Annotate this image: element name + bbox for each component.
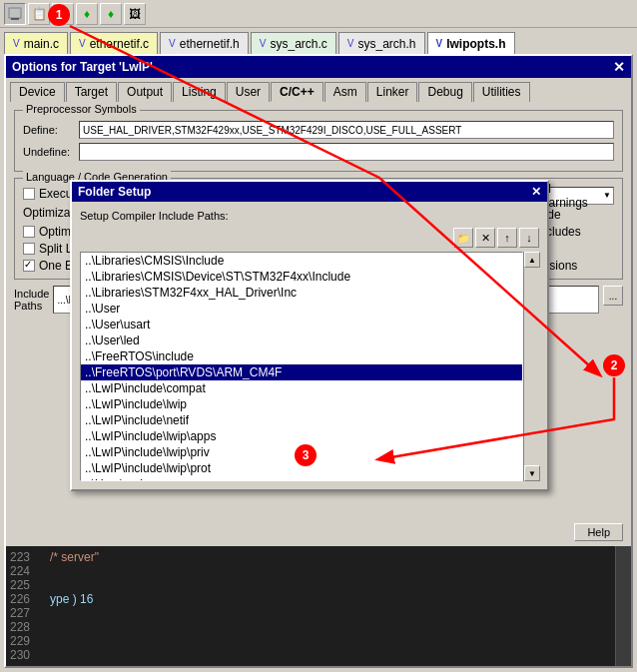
toolbar: 📋 📋 ♦ ♦ 🖼 (0, 0, 637, 28)
split-load-check[interactable] (23, 243, 35, 255)
tab-ethernetif-h[interactable]: V ethernetif.h (160, 32, 249, 54)
toolbar-btn-5[interactable]: 🖼 (124, 3, 146, 25)
tab-sys-arch-h[interactable]: V sys_arch.h (338, 32, 425, 54)
tab-label: sys_arch.h (357, 37, 415, 51)
tab-listing[interactable]: Listing (173, 82, 226, 102)
tab-cpp[interactable]: C/C++ (271, 82, 323, 102)
folder-delete-btn[interactable]: ✕ (475, 228, 495, 248)
toolbar-btn-0[interactable] (4, 3, 26, 25)
callout-2: 2 (603, 354, 625, 376)
toolbar-btn-3[interactable]: ♦ (76, 3, 98, 25)
tab-sys-arch-c[interactable]: V sys_arch.c (251, 32, 336, 54)
svg-rect-1 (11, 10, 19, 16)
tab-icon: V (260, 38, 267, 49)
folder-item-0[interactable]: ..\Libraries\CMSIS\Include (81, 253, 522, 269)
tab-icon: V (13, 38, 20, 49)
optimize-time-check[interactable] (23, 226, 35, 238)
folder-item-6[interactable]: ..\FreeRTOS\include (81, 348, 522, 364)
tab-user[interactable]: User (227, 82, 270, 102)
tab-main-c[interactable]: V main.c (4, 32, 68, 54)
execute-only-check[interactable] (23, 188, 35, 200)
folder-item-4[interactable]: ..\User\usart (81, 317, 522, 333)
tab-asm[interactable]: Asm (324, 82, 366, 102)
window-title-bar: Options for Target 'LwIP' ✕ (6, 56, 631, 78)
folder-dialog-title: Folder Setup ✕ (72, 182, 547, 202)
help-button[interactable]: Help (574, 523, 623, 541)
tab-label: sys_arch.c (270, 37, 326, 51)
close-button[interactable]: ✕ (613, 59, 625, 75)
folder-item-14[interactable]: ..\User\arch (81, 476, 522, 481)
preprocessor-label: Preprocessor Symbols (23, 103, 140, 115)
folder-item-11[interactable]: ..\LwIP\include\lwip\apps (81, 428, 522, 444)
callout-1: 1 (48, 4, 70, 26)
folder-toolbar: 📁 ✕ ↑ ↓ (80, 228, 539, 248)
tab-linker[interactable]: Linker (367, 82, 418, 102)
folder-item-10[interactable]: ..\LwIP\include\netif (81, 412, 522, 428)
toolbar-btn-4[interactable]: ♦ (100, 3, 122, 25)
code-area: 223/* server" 224 225 226ype ) 16 227 22… (6, 546, 631, 666)
tab-label: main.c (24, 37, 59, 51)
tab-output[interactable]: Output (118, 82, 172, 102)
folder-instruction-label: Setup Compiler Include Paths: (80, 210, 539, 222)
include-paths-label: IncludePaths (14, 286, 49, 312)
file-tabs: V main.c V ethernetif.c V ethernetif.h V… (0, 28, 637, 54)
folder-item-7[interactable]: ..\FreeRTOS\port\RVDS\ARM_CM4F (81, 364, 522, 380)
tab-icon: V (169, 38, 176, 49)
folder-down-btn[interactable]: ↓ (519, 228, 539, 248)
undefine-label: Undefine: (23, 146, 73, 158)
tab-ethernetif-c[interactable]: V ethernetif.c (70, 32, 158, 54)
folder-item-5[interactable]: ..\User\led (81, 333, 522, 348)
tab-utilities[interactable]: Utilities (473, 82, 530, 102)
tab-target[interactable]: Target (66, 82, 117, 102)
folder-title-text: Folder Setup (78, 185, 151, 199)
folder-item-3[interactable]: ..\User (81, 301, 522, 317)
tab-label: lwipopts.h (446, 37, 505, 51)
define-label: Define: (23, 124, 73, 136)
define-input[interactable] (79, 121, 614, 139)
tab-icon: V (436, 38, 443, 49)
tab-label: ethernetif.h (180, 37, 240, 51)
tab-icon: V (79, 38, 86, 49)
folder-item-8[interactable]: ..\LwIP\include\compat (81, 380, 522, 396)
browse-button[interactable]: ... (603, 286, 623, 306)
tab-debug[interactable]: Debug (418, 82, 471, 102)
tab-device[interactable]: Device (10, 82, 65, 102)
window-title-text: Options for Target 'LwIP' (12, 60, 153, 74)
scroll-up-btn[interactable]: ▲ (524, 252, 540, 268)
callout-3: 3 (295, 444, 317, 466)
tab-icon: V (347, 38, 354, 49)
folder-new-btn[interactable]: 📁 (453, 228, 473, 248)
one-elf-check[interactable] (23, 260, 35, 272)
folder-item-2[interactable]: ..\Libraries\STM32F4xx_HAL_Driver\Inc (81, 285, 522, 301)
warnings-arrow-icon: ▼ (603, 191, 611, 200)
folder-item-1[interactable]: ..\Libraries\CMSIS\Device\ST\STM32F4xx\I… (81, 269, 522, 285)
dialog-tabs: Device Target Output Listing User C/C++ … (6, 78, 631, 102)
folder-item-9[interactable]: ..\LwIP\include\lwip (81, 396, 522, 412)
scroll-down-btn[interactable]: ▼ (524, 465, 540, 481)
folder-scrollbar: ▲ ▼ (523, 252, 539, 481)
toolbar-btn-1[interactable]: 📋 (28, 3, 50, 25)
folder-up-btn[interactable]: ↑ (497, 228, 517, 248)
folder-close-button[interactable]: ✕ (531, 185, 541, 199)
tab-lwipopts-h[interactable]: V lwipopts.h (427, 32, 515, 54)
preprocessor-group: Preprocessor Symbols Define: Undefine: (14, 110, 623, 172)
tab-label: ethernetif.c (90, 37, 149, 51)
undefine-input[interactable] (79, 143, 614, 161)
